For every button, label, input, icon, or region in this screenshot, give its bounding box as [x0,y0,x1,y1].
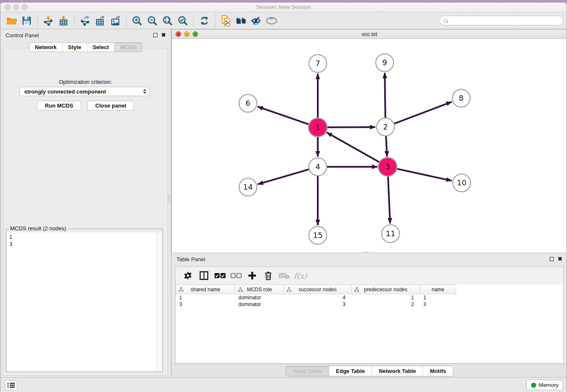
export-network-button[interactable] [77,14,93,28]
table-row[interactable]: 3dominator323 [176,301,564,308]
close-panel-icon[interactable]: ✖ [161,33,166,37]
network-window-titlebar[interactable]: x – + scc.txt [172,30,567,39]
node-label-2: 2 [383,122,388,131]
edge-2-9[interactable] [385,73,385,118]
edge-2-3[interactable] [386,136,387,157]
table-row[interactable]: 1dominator411 [176,294,564,301]
cell-mcds_role[interactable]: dominator [235,301,284,308]
home-pages-button[interactable] [234,14,249,28]
window-titlebar: Session: New Session [0,3,567,12]
toolbar-separator [74,14,74,27]
column-header-name[interactable]: name [420,285,456,294]
edge-2-8[interactable] [394,102,452,124]
control-tab-network[interactable]: Network [30,43,62,52]
cell-mcds_role[interactable]: dominator [235,294,284,301]
toolbar-separator [215,14,215,27]
column-header-predecessor[interactable]: predecessor nodes [352,285,420,294]
optimization-criterion-select[interactable]: strongly connected component [19,87,150,96]
node-label-15: 15 [313,231,323,240]
run-mcds-button[interactable]: Run MCDS [37,101,81,110]
table-tab-node-table[interactable]: Node Table [286,366,329,376]
import-table-button[interactable] [56,14,71,28]
mcds-result-group: MCDS result (2 nodes) 13 [6,229,163,372]
split-columns-button[interactable] [197,269,211,282]
cell-predecessor[interactable]: 1 [352,294,420,301]
delete-table-button [277,269,292,282]
zoom-out-button[interactable] [145,14,160,28]
node-table[interactable]: shared nameMCDS rolesuccessor nodesprede… [176,284,563,308]
duplicate-network-button[interactable] [218,14,234,28]
cell-successor[interactable]: 4 [284,294,352,301]
hide-panel-button[interactable] [249,14,264,28]
mcds-result-text[interactable]: 13 [7,232,162,371]
edge-3-10[interactable] [396,169,451,181]
column-header-successor[interactable]: successor nodes [284,285,352,294]
export-image-button[interactable] [108,14,123,28]
control-tab-select[interactable]: Select [87,43,114,52]
unselect-all-columns-button[interactable] [229,269,243,282]
zoom-in-button[interactable] [129,14,145,28]
settings-gear-icon [184,271,192,280]
import-network-button[interactable] [41,14,56,28]
open-session-button[interactable] [4,14,19,28]
function-builder-icon: f(x) [294,271,307,280]
column-sort-icon [238,287,243,292]
fit-content-button[interactable] [160,14,175,28]
result-scrollbar[interactable] [156,232,162,371]
cell-filler [456,294,564,301]
task-history-button[interactable] [5,380,17,390]
table-tab-edge-table[interactable]: Edge Table [329,366,372,376]
save-session-button[interactable] [19,14,34,28]
export-image-icon [110,15,121,26]
split-divider-handle[interactable] [168,195,171,203]
table-tab-network-table[interactable]: Network Table [372,366,423,376]
node-label-9: 9 [382,58,387,67]
table-tab-motifs[interactable]: Motifs [423,366,453,376]
refresh-button[interactable] [197,14,212,28]
settings-gear-button[interactable] [181,269,195,282]
zoom-selected-button[interactable] [175,14,190,28]
node-table-container: f(x) shared nameMCDS rolesuccessor nodes… [175,266,564,364]
delete-column-icon [264,271,272,280]
float-panel-icon[interactable] [153,33,157,37]
cell-predecessor[interactable]: 2 [352,301,420,308]
cell-successor[interactable]: 3 [284,301,352,308]
edge-1-6[interactable] [258,107,309,124]
edge-3-1[interactable] [327,133,380,162]
select-all-columns-button[interactable] [213,269,227,282]
toolbar-separator [126,14,127,27]
network-canvas[interactable]: 7968124314101511 [172,39,567,253]
export-table-button[interactable] [93,14,108,28]
cell-shared_name[interactable]: 3 [176,301,235,308]
add-column-button[interactable] [245,269,259,282]
column-sort-icon [179,287,184,292]
edge-4-14[interactable] [258,169,309,184]
search-icon [443,19,448,23]
memory-button[interactable]: Memory [526,380,563,390]
control-panel-tabs: NetworkStyleSelectMCDS [29,42,143,52]
node-label-6: 6 [245,99,250,108]
status-bar: Memory [0,377,567,392]
column-header-mcds_role[interactable]: MCDS role [235,285,284,294]
open-folder-icon [6,16,17,26]
column-sort-icon [286,287,292,292]
cell-name[interactable]: 1 [420,294,456,301]
cell-name[interactable]: 3 [420,301,456,308]
column-header-shared_name[interactable]: shared name [176,285,235,294]
table-panel: Table Panel ✖ [171,253,567,380]
float-table-panel-icon[interactable] [550,257,554,261]
search-input[interactable] [450,17,559,25]
delete-column-button[interactable] [261,269,275,282]
edge-1-2[interactable] [327,127,375,127]
control-tab-mcds[interactable]: MCDS [114,43,142,52]
close-panel-button[interactable]: Close panel [87,101,134,110]
toolbar-separator [193,14,194,27]
split-columns-icon [199,271,209,280]
control-tab-style[interactable]: Style [62,43,87,52]
network-graph[interactable]: 7968124314101511 [172,39,567,253]
show-eye-button[interactable] [264,14,279,28]
edge-3-11[interactable] [388,176,390,224]
close-table-panel-icon[interactable]: ✖ [558,257,562,261]
cell-shared_name[interactable]: 1 [176,294,235,301]
import-table-icon [58,15,69,26]
